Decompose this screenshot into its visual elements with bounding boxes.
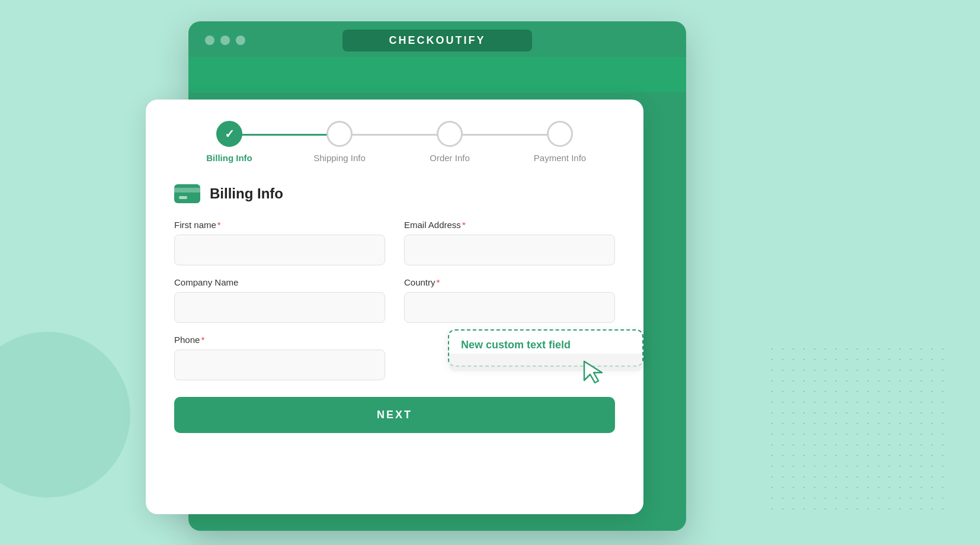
input-phone[interactable]: [174, 350, 385, 380]
required-star-firstname: *: [217, 220, 221, 230]
checkout-card: ✓ Billing Info Shipping Info Order Info …: [146, 100, 643, 514]
required-star-email: *: [462, 220, 466, 230]
required-star-phone: *: [201, 335, 204, 345]
credit-card-icon: [174, 184, 200, 203]
step-circle-payment: [547, 121, 573, 147]
input-country[interactable]: [404, 292, 615, 323]
label-phone: Phone*: [174, 335, 385, 345]
input-firstname[interactable]: [174, 235, 385, 265]
step-shipping[interactable]: Shipping Info: [284, 121, 395, 163]
step-billing[interactable]: ✓ Billing Info: [174, 121, 284, 163]
step-label-order: Order Info: [430, 153, 470, 163]
section-header: Billing Info: [174, 184, 615, 203]
app-title: CHECKOUTIFY: [389, 34, 486, 46]
tooltip-title: New custom text field: [461, 339, 630, 351]
step-line-1: [229, 134, 340, 136]
input-company[interactable]: [174, 292, 385, 323]
step-line-2: [340, 134, 450, 136]
browser-dots: [205, 36, 245, 45]
form-group-country: Country*: [404, 277, 615, 323]
browser-accent-bar: [188, 57, 686, 92]
required-star-country: *: [437, 277, 440, 287]
form-group-phone: Phone*: [174, 335, 385, 380]
step-circle-shipping: [326, 121, 353, 147]
label-company: Company Name: [174, 277, 385, 287]
browser-dot-green: [236, 36, 245, 45]
tooltip-overlay: [449, 354, 642, 371]
label-country: Country*: [404, 277, 615, 287]
browser-dot-yellow: [220, 36, 230, 45]
step-circle-order: [437, 121, 463, 147]
form-group-email: Email Address*: [404, 220, 615, 265]
section-title: Billing Info: [210, 185, 283, 202]
next-button[interactable]: NEXT: [174, 397, 615, 433]
form-group-company: Company Name: [174, 277, 385, 323]
step-circle-billing: ✓: [216, 121, 242, 147]
custom-field-tooltip: New custom text field: [448, 329, 643, 367]
step-label-payment: Payment Info: [534, 153, 586, 163]
bg-dots-decoration: [767, 344, 944, 509]
input-email[interactable]: [404, 235, 615, 265]
step-order[interactable]: Order Info: [395, 121, 505, 163]
step-label-shipping: Shipping Info: [313, 153, 366, 163]
progress-steps: ✓ Billing Info Shipping Info Order Info …: [174, 121, 615, 163]
step-payment[interactable]: Payment Info: [505, 121, 615, 163]
browser-address-bar: CHECKOUTIFY: [342, 30, 532, 52]
step-line-3: [450, 134, 560, 136]
browser-dot-red: [205, 36, 214, 45]
cursor-icon: [582, 359, 606, 385]
browser-titlebar: CHECKOUTIFY: [188, 21, 686, 57]
bg-shape-left: [0, 332, 130, 498]
form-group-firstname: First name*: [174, 220, 385, 265]
cursor-arrow: [582, 359, 606, 387]
label-firstname: First name*: [174, 220, 385, 230]
label-email: Email Address*: [404, 220, 615, 230]
step-label-billing: Billing Info: [206, 153, 252, 163]
checkmark-icon: ✓: [225, 127, 235, 141]
